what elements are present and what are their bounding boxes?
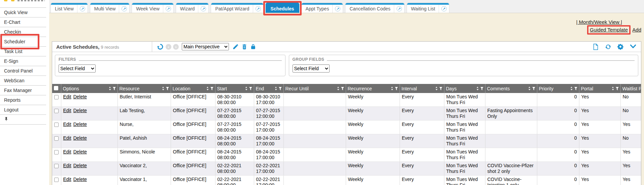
funnel-icon[interactable] xyxy=(395,86,398,91)
sort-icon[interactable] xyxy=(391,86,393,91)
sort-icon[interactable] xyxy=(570,86,573,91)
delete-link[interactable]: Delete xyxy=(73,149,87,154)
sidebar-pin-toggle[interactable] xyxy=(0,115,46,125)
funnel-icon[interactable] xyxy=(341,86,344,91)
sidebar-item-scheduler[interactable]: Scheduler xyxy=(0,37,46,47)
funnel-icon[interactable] xyxy=(616,86,619,91)
row-checkbox[interactable] xyxy=(54,136,59,141)
guided-template-link[interactable]: Guided Template xyxy=(590,27,628,33)
sort-icon[interactable] xyxy=(245,86,247,91)
row-checkbox[interactable] xyxy=(54,123,59,127)
chevron-down-icon[interactable] xyxy=(630,43,636,50)
funnel-icon[interactable] xyxy=(249,86,252,91)
col-header-end[interactable]: End xyxy=(254,84,283,93)
sort-icon[interactable] xyxy=(528,86,531,91)
popout-button[interactable]: ↗ xyxy=(163,3,173,13)
col-header-interval[interactable]: Interval xyxy=(400,84,444,93)
row-checkbox[interactable] xyxy=(54,95,59,99)
sidebar-item-reports[interactable]: Reports xyxy=(0,95,46,105)
delete-link[interactable]: Delete xyxy=(73,177,87,182)
popout-button[interactable]: ↗ xyxy=(394,3,404,13)
popout-button[interactable]: ↗ xyxy=(119,3,129,13)
edit-link[interactable]: Edit xyxy=(63,177,71,182)
sidebar-item-fax-manager[interactable]: Fax Manager xyxy=(0,86,46,95)
tab-appt-types[interactable]: Appt Types↗ xyxy=(301,3,343,13)
add-link[interactable]: Add xyxy=(632,27,641,33)
popout-button[interactable]: ↗ xyxy=(77,3,88,13)
delete-link[interactable]: Delete xyxy=(73,163,87,168)
col-header-recurrence[interactable]: Recurrence xyxy=(346,84,400,93)
edit-link[interactable]: Edit xyxy=(63,163,71,168)
delete-link[interactable]: Delete xyxy=(73,108,87,113)
sidebar-item-task-list[interactable]: Task List xyxy=(0,47,46,56)
col-header-start[interactable]: Start xyxy=(215,84,254,93)
undo-icon[interactable] xyxy=(157,43,164,50)
lock-icon[interactable] xyxy=(250,43,257,50)
delete-link[interactable]: Delete xyxy=(73,135,87,141)
popout-button[interactable]: ↗ xyxy=(253,3,263,13)
col-header-options[interactable]: Options xyxy=(61,84,117,93)
edit-link[interactable]: Edit xyxy=(63,94,71,99)
row-checkbox[interactable] xyxy=(54,178,59,182)
funnel-icon[interactable] xyxy=(532,86,535,91)
forward-icon[interactable]: › xyxy=(173,44,179,50)
sidebar-item-e-chart[interactable]: E-Chart xyxy=(0,17,46,27)
edit-link[interactable]: Edit xyxy=(63,122,71,127)
sidebar-item-control-panel[interactable]: Control Panel xyxy=(0,66,46,76)
tab-wizard[interactable]: Wizard↗ xyxy=(176,3,209,13)
filters-field-select[interactable]: Select Field xyxy=(59,64,96,73)
popout-button[interactable]: ↗ xyxy=(439,3,449,13)
funnel-icon[interactable] xyxy=(210,86,213,91)
sort-icon[interactable] xyxy=(612,86,614,91)
pencil-icon[interactable] xyxy=(232,43,239,50)
row-checkbox[interactable] xyxy=(54,150,59,154)
col-header-portal[interactable]: Portal xyxy=(579,84,620,93)
delete-link[interactable]: Delete xyxy=(73,94,87,99)
sidebar-item-webscan[interactable]: WebScan xyxy=(0,76,46,86)
funnel-icon[interactable] xyxy=(574,86,577,91)
sort-icon[interactable] xyxy=(275,86,277,91)
col-header-waitlist-po[interactable]: Waitlist Po xyxy=(620,84,641,93)
sidebar-item-quick-view[interactable]: Quick View xyxy=(0,8,46,17)
popout-button[interactable]: ↗ xyxy=(332,3,343,13)
col-header-location[interactable]: Location xyxy=(171,84,215,93)
tab-week-view[interactable]: Week View↗ xyxy=(132,3,174,13)
delete-link[interactable]: Delete xyxy=(73,122,87,127)
sort-icon[interactable] xyxy=(206,86,209,91)
tab-multi-view[interactable]: Multi View↗ xyxy=(90,3,130,13)
edit-link[interactable]: Edit xyxy=(63,135,71,141)
col-header-recur-until[interactable]: Recur Until xyxy=(283,84,346,93)
edit-link[interactable]: Edit xyxy=(63,149,71,154)
gear-icon[interactable] xyxy=(617,43,624,50)
sort-icon[interactable] xyxy=(435,86,438,91)
month-week-view-link[interactable]: | Month/Week View | xyxy=(576,19,622,25)
tab-waiting-list[interactable]: Waiting List↗ xyxy=(407,3,449,13)
col-header-resource[interactable]: Resource xyxy=(117,84,171,93)
funnel-icon[interactable] xyxy=(113,86,116,91)
sort-icon[interactable] xyxy=(476,86,479,91)
row-checkbox[interactable] xyxy=(54,109,59,113)
funnel-icon[interactable] xyxy=(279,86,282,91)
tab-schedules[interactable]: Schedules xyxy=(266,3,299,13)
popout-button[interactable]: ↗ xyxy=(198,3,208,13)
edit-link[interactable]: Edit xyxy=(63,108,71,113)
sort-icon[interactable] xyxy=(109,86,111,91)
sidebar-item-e-sign[interactable]: E-Sign xyxy=(0,56,46,66)
group-fields-field-select[interactable]: Select Field xyxy=(293,64,330,73)
select-all-checkbox[interactable] xyxy=(54,86,58,90)
new-document-icon[interactable] xyxy=(592,43,599,50)
perspective-select[interactable]: Main Perspective xyxy=(182,43,229,50)
col-header-comments[interactable]: Comments xyxy=(485,84,537,93)
col-header-priority[interactable]: Priority xyxy=(537,84,579,93)
funnel-icon[interactable] xyxy=(439,86,442,91)
tab-list-view[interactable]: List View↗ xyxy=(50,3,88,13)
sidebar-item-logout[interactable]: Logout xyxy=(0,105,46,115)
sort-icon[interactable] xyxy=(337,86,339,91)
col-header-days[interactable]: Days xyxy=(444,84,485,93)
row-checkbox[interactable] xyxy=(54,164,59,168)
back-icon[interactable]: ‹ xyxy=(166,44,171,50)
trash-icon[interactable] xyxy=(241,43,248,50)
refresh-icon[interactable] xyxy=(605,43,611,50)
sort-icon[interactable] xyxy=(162,86,164,91)
select-all-header[interactable] xyxy=(52,84,61,93)
